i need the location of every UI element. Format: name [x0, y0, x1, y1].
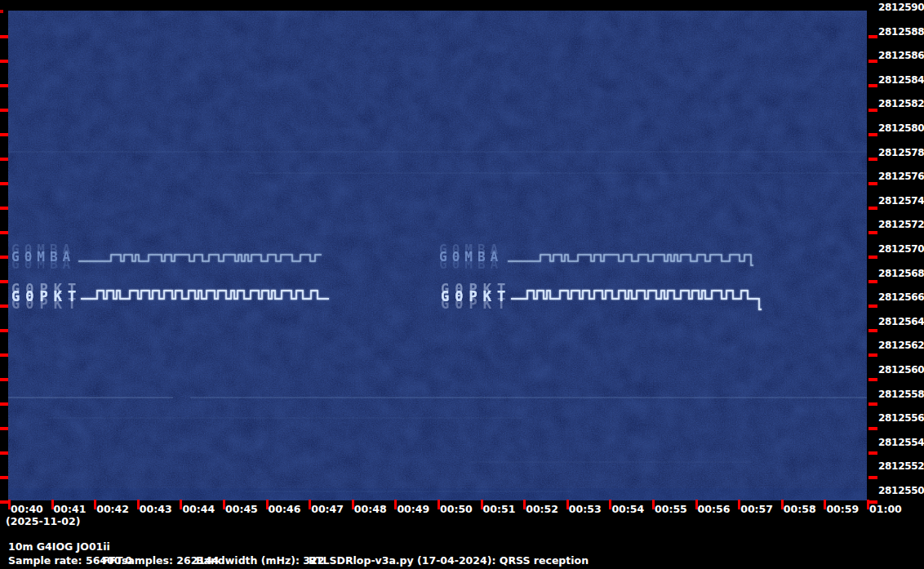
frequency-tick-left [0, 476, 8, 479]
frequency-label: 28125880 [878, 26, 924, 38]
qrss-callsign-ghost: G0MBA [11, 242, 75, 257]
frequency-label: 28125740 [878, 195, 924, 207]
waterfall-noise-fine [8, 11, 867, 500]
frequency-label: 28125820 [878, 98, 924, 109]
frequency-label: 28125580 [878, 389, 924, 400]
frequency-tick-right [868, 60, 877, 63]
frequency-tick-right [868, 231, 877, 234]
frequency-tick-left [0, 60, 8, 63]
waterfall-bottom-glow [8, 488, 867, 500]
time-label: 00:58 [784, 503, 816, 515]
time-label: 00:59 [826, 503, 859, 515]
time-label: 00:50 [440, 503, 473, 515]
frequency-tick-right [868, 35, 877, 38]
frequency-label: 28125660 [878, 291, 924, 303]
qrss-callsign-ghost: G0PKT [11, 281, 82, 297]
time-label: 00:46 [269, 503, 301, 515]
time-label: 00:48 [354, 503, 387, 515]
frequency-tick-left [0, 10, 3, 13]
frequency-tick-left [0, 231, 8, 234]
frequency-tick-left [0, 329, 8, 332]
waterfall-canvas: G0MBAG0MBAG0MBAG0PKTG0PKTG0PKTG0MBAG0MBA… [8, 11, 867, 500]
date-label: (2025-11-02) [6, 515, 80, 527]
frequency-tick-left [0, 451, 8, 455]
bandwidth-label: Bandwidth (mHz): 322 [196, 554, 324, 567]
time-label: 00:40 [11, 503, 43, 515]
frequency-tick-left [0, 207, 8, 210]
frequency-label: 28125860 [878, 50, 924, 61]
station-info: 10m G4IOG JO01ii [8, 540, 110, 553]
time-label: 00:52 [526, 503, 558, 515]
qrss-waterfall-window: G0MBAG0MBAG0MBAG0PKTG0PKTG0PKTG0MBAG0MBA… [0, 0, 924, 569]
frequency-label: 28125800 [878, 122, 924, 134]
frequency-label: 28125720 [878, 219, 924, 230]
qrss-callsign-ghost: G0PKT [11, 296, 82, 312]
frequency-tick-right [868, 427, 877, 430]
time-label: 00:54 [611, 503, 644, 515]
frequency-label: 28125760 [878, 171, 924, 182]
qrss-callsign-ghost: G0MBA [11, 256, 75, 272]
frequency-label: 28125840 [878, 74, 924, 86]
frequency-label: 28125500 [878, 485, 924, 496]
frequency-tick-left [0, 109, 8, 112]
time-label: 00:51 [483, 503, 516, 515]
frequency-tick-left [0, 378, 8, 381]
frequency-tick-left [0, 305, 8, 308]
time-label: 00:57 [740, 503, 773, 515]
frequency-label: 28125560 [878, 412, 924, 424]
frequency-tick-right [868, 84, 877, 87]
frequency-tick-right [868, 158, 877, 161]
frequency-label: 28125600 [878, 364, 924, 376]
time-label: 00:44 [182, 503, 215, 515]
time-label: 00:43 [140, 503, 172, 515]
frequency-tick-right [868, 133, 877, 136]
frequency-tick-left [0, 353, 8, 357]
time-label: 00:42 [96, 503, 129, 515]
frequency-tick-left [0, 133, 8, 136]
frequency-tick-right [868, 378, 877, 381]
frequency-tick-right [868, 402, 877, 406]
frequency-tick-right [868, 476, 877, 479]
time-label: 00:55 [655, 503, 687, 515]
frequency-tick-right [868, 329, 877, 332]
frequency-label: 28125700 [878, 243, 924, 255]
frequency-tick-right [868, 280, 877, 283]
qrss-callsign-ghost: G0MBA [439, 256, 503, 272]
frequency-tick-left [0, 402, 8, 406]
app-info-label: RTLSDRlop-v3a.py (17-04-2024): QRSS rece… [309, 554, 589, 567]
frequency-tick-right [868, 451, 877, 455]
frequency-tick-left [0, 280, 8, 283]
frequency-tick-right [868, 353, 877, 357]
frequency-label: 28125680 [878, 268, 924, 279]
frequency-label: 28125540 [878, 437, 924, 448]
frequency-tick-left [0, 158, 8, 161]
frequency-tick-left [0, 256, 8, 259]
frequency-tick-right [868, 182, 877, 185]
qrss-callsign-ghost: G0MBA [439, 242, 503, 257]
frequency-tick-right [868, 207, 877, 210]
qrss-callsign-ghost: G0PKT [441, 281, 511, 297]
frequency-label: 28125780 [878, 147, 924, 158]
frequency-label: 28125520 [878, 460, 924, 472]
qrss-callsign-ghost: G0PKT [441, 296, 511, 312]
time-label: 00:41 [54, 503, 87, 515]
time-label: 00:56 [698, 503, 731, 515]
time-label: 00:49 [397, 503, 429, 515]
time-label: 00:47 [311, 503, 344, 515]
frequency-tick-right [868, 305, 877, 308]
time-label: 01:00 [869, 503, 902, 515]
time-label: 00:53 [569, 503, 602, 515]
frequency-label: 28125620 [878, 340, 924, 351]
frequency-tick-left [0, 427, 8, 430]
waterfall-display: G0MBAG0MBAG0MBAG0PKTG0PKTG0PKTG0MBAG0MBA… [8, 11, 867, 500]
frequency-tick-right [868, 256, 877, 259]
frequency-label: 28125900 [878, 2, 924, 13]
frequency-tick-left [0, 35, 8, 38]
frequency-tick-left [0, 182, 8, 185]
frequency-tick-left [0, 84, 8, 87]
frequency-label: 28125640 [878, 316, 924, 327]
frequency-tick-left [0, 500, 8, 504]
frequency-tick-right [868, 109, 877, 112]
time-label: 00:45 [225, 503, 258, 515]
